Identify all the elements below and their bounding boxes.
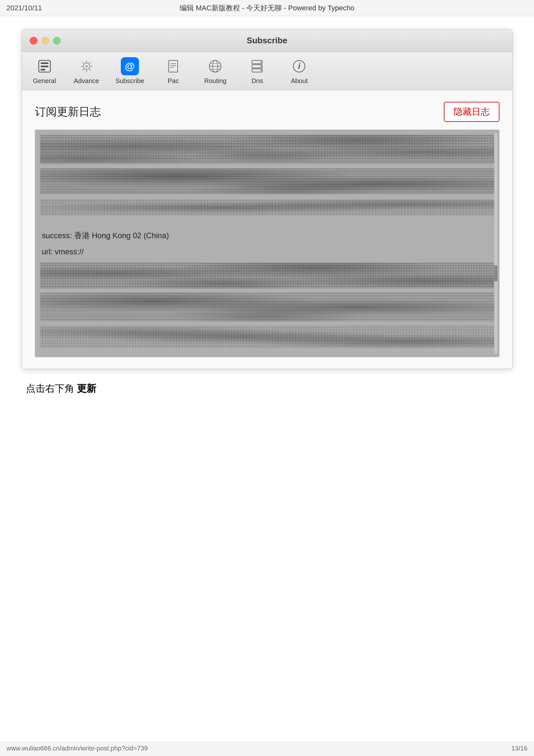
svg-line-12 bbox=[89, 62, 90, 63]
svg-rect-2 bbox=[41, 66, 48, 67]
svg-point-27 bbox=[260, 66, 262, 67]
subscribe-title: 订阅更新日志 bbox=[35, 104, 101, 119]
svg-line-11 bbox=[89, 69, 90, 70]
toolbar-item-general[interactable]: General bbox=[32, 57, 58, 85]
close-button[interactable] bbox=[30, 37, 38, 44]
status-bar: www.wuliao666.cn/admin/write-post.php?ci… bbox=[0, 742, 534, 756]
pac-icon bbox=[164, 57, 182, 75]
noise-bottom-2 bbox=[40, 292, 494, 322]
toolbar: General bbox=[22, 52, 512, 90]
window-title: Subscribe bbox=[247, 36, 288, 45]
noise-bottom-1 bbox=[40, 263, 494, 289]
routing-icon bbox=[206, 57, 224, 75]
hide-log-button[interactable]: 隐藏日志 bbox=[444, 102, 499, 122]
general-icon bbox=[36, 57, 54, 75]
general-label: General bbox=[33, 77, 56, 85]
log-area: success: 香港 Hong Kong 02 (China) url: vm… bbox=[35, 130, 499, 357]
svg-rect-1 bbox=[41, 62, 48, 64]
caption-prefix: 点击右下角 bbox=[26, 383, 77, 394]
subscribe-header: 订阅更新日志 隐藏日志 bbox=[35, 102, 499, 122]
pac-label: Pac bbox=[168, 77, 179, 85]
caption-highlight: 更新 bbox=[77, 383, 96, 394]
svg-point-5 bbox=[86, 65, 88, 67]
log-block-1 bbox=[40, 135, 494, 164]
noise-bottom-3 bbox=[40, 325, 494, 348]
about-label: About bbox=[291, 77, 308, 85]
browser-date: 2021/10/11 bbox=[7, 4, 42, 12]
toolbar-item-pac[interactable]: Pac bbox=[160, 57, 186, 85]
svg-line-13 bbox=[82, 69, 83, 70]
dns-label: Dns bbox=[252, 77, 263, 85]
noise-top-2 bbox=[40, 168, 494, 194]
title-bar: Subscribe bbox=[22, 29, 512, 52]
subscribe-icon: @ bbox=[121, 57, 139, 75]
about-icon: i bbox=[290, 57, 308, 75]
log-block-3 bbox=[40, 200, 494, 216]
browser-bar: 2021/10/11 编辑 MAC新版教程 - 今天好无聊 - Powered … bbox=[0, 0, 534, 16]
toolbar-item-subscribe[interactable]: @ Subscribe bbox=[116, 57, 144, 85]
minimize-button[interactable] bbox=[41, 37, 49, 44]
svg-line-10 bbox=[82, 62, 83, 63]
svg-text:i: i bbox=[298, 61, 301, 71]
log-url-line: url: vmess:// bbox=[42, 246, 492, 257]
log-block-bottom-1 bbox=[40, 263, 494, 289]
toolbar-item-about[interactable]: i About bbox=[286, 57, 312, 85]
dns-icon bbox=[248, 57, 266, 75]
routing-label: Routing bbox=[204, 77, 226, 85]
log-block-2 bbox=[40, 168, 494, 194]
toolbar-item-routing[interactable]: Routing bbox=[202, 57, 228, 85]
subscribe-label: Subscribe bbox=[116, 77, 144, 85]
browser-title: 编辑 MAC新版教程 - 今天好无聊 - Powered by Typecho bbox=[180, 3, 354, 13]
log-text-section: success: 香港 Hong Kong 02 (China) url: vm… bbox=[40, 222, 494, 261]
toolbar-item-advance[interactable]: Advance bbox=[74, 57, 99, 85]
page-content: Subscribe General bbox=[0, 16, 534, 408]
toolbar-item-dns[interactable]: Dns bbox=[244, 57, 270, 85]
caption-area: 点击右下角 更新 bbox=[19, 382, 515, 395]
log-block-bottom-2 bbox=[40, 292, 494, 322]
log-success-line: success: 香港 Hong Kong 02 (China) bbox=[42, 230, 492, 241]
scrollbar-thumb[interactable] bbox=[494, 265, 497, 282]
maximize-button[interactable] bbox=[53, 37, 61, 44]
window-body: 订阅更新日志 隐藏日志 bbox=[22, 90, 512, 369]
svg-rect-3 bbox=[41, 69, 45, 70]
advance-label: Advance bbox=[74, 77, 99, 85]
mac-window: Subscribe General bbox=[22, 29, 513, 369]
svg-point-28 bbox=[260, 70, 262, 71]
noise-top-1 bbox=[40, 135, 494, 164]
log-block-bottom-3 bbox=[40, 325, 494, 348]
status-url: www.wuliao666.cn/admin/write-post.php?ci… bbox=[7, 745, 148, 753]
scrollbar-track bbox=[494, 133, 497, 354]
advance-icon bbox=[78, 57, 96, 75]
svg-point-26 bbox=[260, 62, 262, 63]
svg-rect-14 bbox=[169, 61, 178, 72]
noise-top-3 bbox=[40, 200, 494, 216]
status-pagination: 13/16 bbox=[511, 745, 527, 753]
traffic-lights bbox=[30, 37, 61, 44]
